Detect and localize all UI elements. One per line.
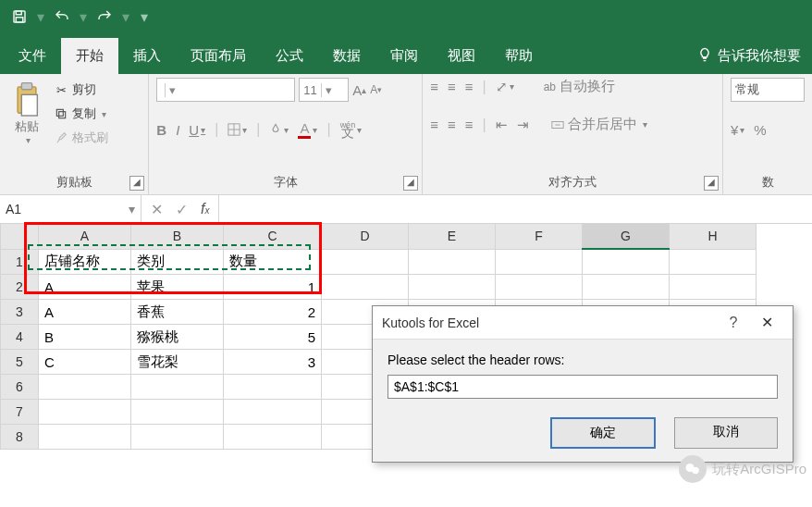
cell-F2[interactable]: [496, 275, 583, 300]
increase-indent-icon[interactable]: ⇥: [517, 117, 529, 133]
tab-help[interactable]: 帮助: [490, 38, 547, 74]
increase-font-icon[interactable]: A▴: [352, 82, 366, 98]
align-right-icon[interactable]: ≡: [465, 117, 474, 132]
underline-button[interactable]: U▾: [189, 122, 205, 138]
cell-B7[interactable]: [131, 400, 224, 425]
font-name-select[interactable]: ▾: [156, 78, 295, 102]
align-center-icon[interactable]: ≡: [448, 117, 456, 132]
cell-F1[interactable]: [496, 249, 583, 275]
cell-C5[interactable]: 3: [224, 350, 322, 375]
row-header[interactable]: 8: [1, 425, 39, 450]
copy-button[interactable]: 复制▾: [54, 105, 108, 122]
dialog-help-icon[interactable]: ?: [717, 315, 750, 331]
enter-formula-icon[interactable]: ✓: [176, 201, 188, 218]
cell-B3[interactable]: 香蕉: [131, 300, 224, 325]
formula-input[interactable]: [219, 195, 812, 223]
cell-A8[interactable]: [39, 425, 131, 450]
row-header[interactable]: 1: [1, 249, 39, 275]
cell-D1[interactable]: [322, 249, 409, 275]
clipboard-dialog-launcher[interactable]: ◢: [129, 176, 144, 191]
col-header-E[interactable]: E: [409, 224, 496, 249]
cell-A7[interactable]: [39, 400, 131, 425]
cell-B6[interactable]: [131, 375, 224, 400]
cell-D2[interactable]: [322, 275, 409, 300]
alignment-dialog-launcher[interactable]: ◢: [704, 176, 719, 191]
row-header[interactable]: 2: [1, 275, 39, 300]
align-left-icon[interactable]: ≡: [430, 117, 438, 132]
tell-me-search[interactable]: 告诉我你想要: [690, 47, 808, 74]
percent-format-icon[interactable]: %: [754, 122, 766, 138]
tab-file[interactable]: 文件: [4, 38, 61, 74]
row-header[interactable]: 7: [1, 400, 39, 425]
font-dialog-launcher[interactable]: ◢: [403, 176, 418, 191]
cell-B5[interactable]: 雪花梨: [131, 350, 224, 375]
tab-layout[interactable]: 页面布局: [176, 38, 261, 74]
dialog-cancel-button[interactable]: 取消: [674, 417, 778, 449]
col-header-B[interactable]: B: [131, 224, 224, 249]
row-header[interactable]: 4: [1, 325, 39, 350]
redo-icon[interactable]: [92, 5, 117, 29]
cell-C7[interactable]: [224, 400, 322, 425]
cell-B2[interactable]: 苹果: [131, 275, 224, 300]
col-header-H[interactable]: H: [670, 224, 757, 249]
number-format-select[interactable]: 常规: [731, 78, 805, 102]
col-header-F[interactable]: F: [496, 224, 583, 249]
cell-E2[interactable]: [409, 275, 496, 300]
cell-C8[interactable]: [224, 425, 322, 450]
cell-C1[interactable]: 数量: [224, 249, 322, 275]
cell-A4[interactable]: B: [39, 325, 131, 350]
cell-C2[interactable]: 1: [224, 275, 322, 300]
cut-button[interactable]: ✂ 剪切: [54, 81, 108, 98]
row-header[interactable]: 5: [1, 350, 39, 375]
merge-center-button[interactable]: 合并后居中▾: [551, 116, 647, 133]
format-painter-button[interactable]: 格式刷: [54, 130, 108, 146]
bold-button[interactable]: B: [156, 122, 166, 138]
row-header[interactable]: 6: [1, 375, 39, 400]
decrease-indent-icon[interactable]: ⇤: [496, 117, 508, 133]
font-size-select[interactable]: 11 ▾: [299, 78, 349, 102]
cell-G2[interactable]: [583, 275, 670, 300]
tab-insert[interactable]: 插入: [118, 38, 176, 74]
align-top-icon[interactable]: ≡: [430, 79, 438, 94]
orientation-icon[interactable]: ⤢▾: [496, 79, 514, 95]
align-middle-icon[interactable]: ≡: [448, 79, 456, 94]
fx-icon[interactable]: fx: [201, 201, 209, 217]
name-box[interactable]: A1 ▾: [0, 195, 141, 223]
cell-A2[interactable]: A: [39, 275, 131, 300]
wrap-text-button[interactable]: ab自动换行: [544, 78, 615, 95]
decrease-font-icon[interactable]: A▾: [370, 83, 382, 96]
phonetic-guide-button[interactable]: wén文▾: [340, 121, 363, 138]
cell-A6[interactable]: [39, 375, 131, 400]
paste-button[interactable]: 粘贴 ▾: [7, 78, 46, 149]
cell-H1[interactable]: [670, 249, 757, 275]
cell-C4[interactable]: 5: [224, 325, 322, 350]
col-header-C[interactable]: C: [224, 224, 322, 249]
cell-B1[interactable]: 类别: [131, 249, 224, 275]
cell-A5[interactable]: C: [39, 350, 131, 375]
cell-G1[interactable]: [583, 249, 670, 275]
cell-A1[interactable]: 店铺名称: [39, 249, 131, 275]
select-all-corner[interactable]: [1, 224, 39, 249]
row-header[interactable]: 3: [1, 300, 39, 325]
cancel-formula-icon[interactable]: ✕: [151, 201, 163, 218]
cell-E1[interactable]: [409, 249, 496, 275]
cell-H2[interactable]: [670, 275, 757, 300]
undo-icon[interactable]: [50, 5, 74, 29]
tab-review[interactable]: 审阅: [375, 38, 433, 74]
save-icon[interactable]: [7, 5, 31, 29]
tab-data[interactable]: 数据: [318, 38, 375, 74]
cell-B8[interactable]: [131, 425, 224, 450]
tab-home[interactable]: 开始: [61, 38, 118, 74]
accounting-format-icon[interactable]: ¥▾: [731, 122, 744, 138]
col-header-G[interactable]: G: [583, 224, 670, 249]
col-header-A[interactable]: A: [39, 224, 131, 249]
dialog-close-icon[interactable]: ✕: [750, 314, 783, 331]
font-color-button[interactable]: A▾: [298, 120, 317, 139]
tab-view[interactable]: 视图: [433, 38, 490, 74]
cell-A3[interactable]: A: [39, 300, 131, 325]
align-bottom-icon[interactable]: ≡: [465, 79, 474, 94]
border-button[interactable]: ▾: [228, 123, 247, 136]
fill-color-button[interactable]: ▾: [269, 122, 289, 138]
dialog-range-input[interactable]: [388, 375, 778, 399]
italic-button[interactable]: I: [176, 122, 179, 138]
